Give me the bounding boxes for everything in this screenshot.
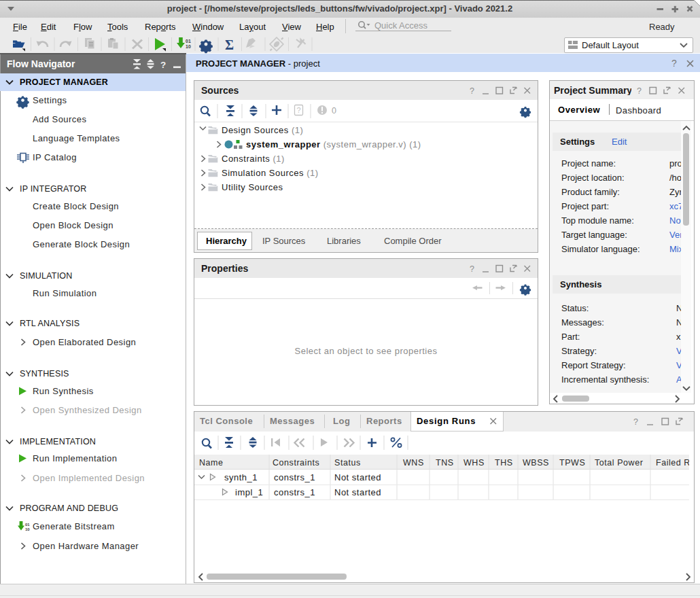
svg-text:01: 01 [186, 39, 191, 43]
svg-text:01: 01 [25, 523, 30, 527]
svg-text:0: 0 [332, 106, 336, 116]
svg-text:10: 10 [25, 527, 30, 531]
svg-text:?: ? [470, 86, 474, 96]
svg-text:?: ? [296, 106, 300, 114]
svg-text:?: ? [671, 58, 677, 69]
svg-text:?: ? [633, 417, 638, 427]
svg-text:10: 10 [186, 44, 191, 49]
svg-text:Σ: Σ [225, 37, 234, 52]
svg-text:?: ? [160, 60, 166, 70]
svg-text:?: ? [470, 264, 474, 274]
svg-text:?: ? [637, 86, 642, 96]
